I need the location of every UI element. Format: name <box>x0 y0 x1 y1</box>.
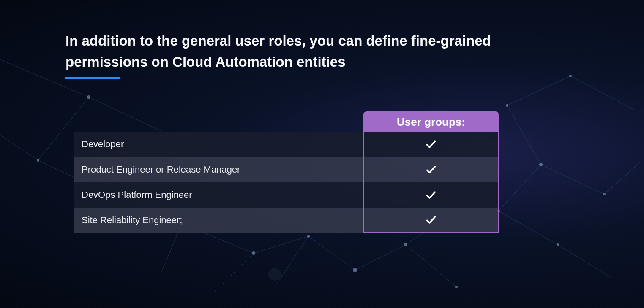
svg-line-12 <box>275 236 308 287</box>
table-body: Developer Product Engineer or Release Ma… <box>74 132 499 233</box>
check-icon <box>425 214 437 226</box>
column-header-user-groups: User groups: <box>363 111 499 132</box>
permissions-table: User groups: Developer Product Engineer … <box>74 111 499 233</box>
svg-point-30 <box>404 243 407 246</box>
role-label: Product Engineer or Release Manager <box>74 157 363 182</box>
role-label: DevOps Platform Engineer <box>74 182 363 208</box>
svg-point-27 <box>252 251 255 255</box>
svg-point-28 <box>307 235 310 238</box>
check-icon <box>425 164 437 176</box>
slide-title: In addition to the general user roles, y… <box>65 30 509 72</box>
svg-line-10 <box>406 245 456 287</box>
check-cell <box>363 132 499 157</box>
title-underline <box>65 77 120 79</box>
table-row: DevOps Platform Engineer <box>74 182 499 208</box>
svg-line-13 <box>211 253 254 295</box>
svg-point-29 <box>353 268 357 272</box>
svg-line-8 <box>308 236 355 270</box>
slide-content: In addition to the general user roles, y… <box>0 0 644 233</box>
check-icon <box>425 189 437 201</box>
check-icon <box>425 138 437 150</box>
table-row: Site Reliability Engineer: <box>74 208 499 233</box>
svg-line-22 <box>558 245 613 278</box>
check-cell <box>363 208 499 233</box>
svg-line-9 <box>355 245 406 270</box>
role-label: Developer <box>74 132 363 157</box>
svg-point-31 <box>455 286 458 288</box>
role-label: Site Reliability Engineer: <box>74 208 363 233</box>
column-header-label: User groups: <box>397 116 465 129</box>
check-cell <box>363 182 499 208</box>
svg-point-37 <box>557 243 559 246</box>
check-cell <box>363 157 499 182</box>
table-header-row: User groups: <box>74 111 499 132</box>
svg-line-7 <box>254 236 308 253</box>
svg-point-38 <box>268 268 281 281</box>
table-row: Product Engineer or Release Manager <box>74 157 499 182</box>
table-row: Developer <box>74 132 499 157</box>
